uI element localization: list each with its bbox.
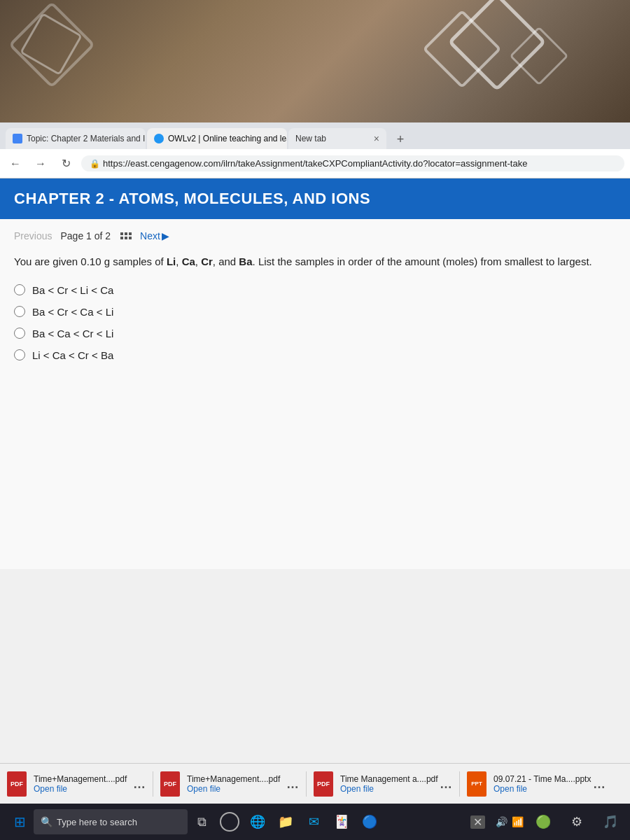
taskbar: ⊞ 🔍 Type here to search ⧉ 🌐 📁 ✉ 🃏 🔵 ✕ (0, 804, 630, 840)
url-bar[interactable]: 🔒 https://east.cengagenow.com/ilrn/takeA… (81, 155, 624, 172)
network-icon[interactable]: 📶 (512, 816, 524, 827)
chrome-taskbar-icon: 🟢 (536, 814, 551, 830)
forward-button[interactable]: → (31, 154, 50, 174)
windows-start-button[interactable]: ⊞ (6, 808, 34, 836)
taskbar-search-bar[interactable]: 🔍 Type here to search (34, 809, 188, 834)
answer-options: Ba < Cr < Li < Ca Ba < Cr < Ca < Li Ba <… (14, 284, 616, 361)
content-area: Previous Page 1 of 2 Next ▶ You are give… (0, 219, 630, 569)
tab-topic[interactable]: Topic: Chapter 2 Materials and I × (6, 128, 146, 149)
answer-option-c[interactable]: Ba < Ca < Cr < Li (14, 328, 616, 340)
tab-label-owlv2: OWLv2 | Online teaching and lea (168, 134, 287, 144)
file-explorer-icon: 📁 (278, 814, 293, 830)
file-explorer-button[interactable]: 📁 (272, 808, 300, 836)
chrome-button[interactable]: 🔵 (356, 808, 384, 836)
address-bar: ← → ↻ 🔒 https://east.cengagenow.com/ilrn… (0, 149, 630, 178)
grid-dot (120, 232, 123, 235)
download-icon-3: PDF (314, 771, 333, 797)
chapter-title: CHAPTER 2 - ATOMS, MOLECULES, AND IONS (14, 190, 370, 207)
download-open-4[interactable]: Open file (493, 784, 592, 794)
download-more-4[interactable]: … (593, 776, 606, 791)
download-more-1[interactable]: … (133, 776, 146, 791)
option-c-text: Ba < Ca < Cr < Li (32, 328, 113, 340)
download-item-3: Time Management a....pdf Open file … (340, 774, 452, 794)
download-open-3[interactable]: Open file (340, 784, 438, 794)
grid-dot (125, 237, 127, 239)
anki-button[interactable]: 🃏 (328, 808, 356, 836)
browser-window: Topic: Chapter 2 Materials and I × OWLv2… (0, 122, 630, 840)
system-tray: ✕ 🔊 📶 (463, 808, 524, 836)
divider-1 (153, 771, 153, 797)
mail-button[interactable]: ✉ (300, 808, 328, 836)
download-name-1: Time+Management....pdf (34, 774, 132, 784)
anki-icon: 🃏 (334, 814, 349, 830)
previous-link[interactable]: Previous (14, 230, 52, 241)
tab-favicon-owlv2 (154, 134, 164, 144)
pagination-bar: Previous Page 1 of 2 Next ▶ (14, 230, 616, 241)
tab-bar: Topic: Chapter 2 Materials and I × OWLv2… (0, 122, 630, 149)
download-bar: PDF Time+Management....pdf Open file … P… (0, 763, 630, 804)
url-text: https://east.cengagenow.com/ilrn/takeAss… (103, 158, 527, 169)
edge-icon: 🌐 (250, 814, 265, 830)
download-open-2[interactable]: Open file (187, 784, 285, 794)
spotify-icon: 🎵 (603, 814, 618, 830)
task-view-button[interactable]: ⧉ (188, 808, 216, 836)
tab-close-newtab[interactable]: × (374, 133, 379, 144)
answer-option-d[interactable]: Li < Ca < Cr < Ba (14, 349, 616, 361)
grid-dot (125, 232, 127, 235)
back-button[interactable]: ← (6, 154, 25, 174)
download-open-1[interactable]: Open file (34, 784, 132, 794)
radio-c[interactable] (14, 328, 25, 339)
answer-option-a[interactable]: Ba < Cr < Li < Ca (14, 284, 616, 296)
windows-icon: ⊞ (14, 813, 26, 830)
speaker-icon[interactable]: 🔊 (496, 816, 507, 827)
mail-icon: ✉ (309, 814, 319, 830)
tab-newtab[interactable]: New tab × (288, 128, 386, 149)
grid-dot (120, 237, 123, 239)
download-icon-2: PDF (160, 771, 180, 797)
tab-favicon-topic (13, 134, 22, 144)
tab-owlv2[interactable]: OWLv2 | Online teaching and lea × (147, 128, 287, 149)
option-a-text: Ba < Cr < Li < Ca (32, 284, 113, 296)
search-placeholder-text: Type here to search (57, 817, 137, 827)
chrome-taskbar-button[interactable]: 🟢 (529, 808, 557, 836)
download-more-2[interactable]: … (286, 776, 299, 791)
refresh-button[interactable]: ↻ (56, 154, 76, 174)
chapter-banner: CHAPTER 2 - ATOMS, MOLECULES, AND IONS (0, 178, 630, 219)
edge-button[interactable]: 🌐 (244, 808, 272, 836)
download-item-4: 09.07.21 - Time Ma....pptx Open file … (493, 774, 606, 794)
next-link[interactable]: Next ▶ (140, 230, 169, 241)
download-icon-1: PDF (7, 771, 27, 797)
download-icon-4: PPT (467, 771, 486, 797)
task-view-icon: ⧉ (197, 815, 206, 830)
divider-3 (459, 771, 460, 797)
tab-label-newtab: New tab (295, 134, 326, 144)
download-more-3[interactable]: … (440, 776, 452, 791)
lock-icon: 🔒 (90, 159, 100, 169)
close-x-button[interactable]: ✕ (463, 808, 491, 836)
spotify-button[interactable]: 🎵 (596, 808, 624, 836)
radio-a[interactable] (14, 284, 25, 295)
grid-dot (129, 237, 132, 239)
settings-button[interactable]: ⚙ (563, 808, 591, 836)
new-tab-button[interactable]: + (391, 130, 410, 149)
taskbar-right: ✕ 🔊 📶 🟢 ⚙ 🎵 (463, 808, 624, 836)
download-item-1: Time+Management....pdf Open file … (34, 774, 146, 794)
answer-option-b[interactable]: Ba < Cr < Ca < Li (14, 306, 616, 318)
download-name-2: Time+Management....pdf (187, 774, 285, 784)
option-d-text: Li < Ca < Cr < Ba (32, 349, 113, 361)
radio-d[interactable] (14, 349, 25, 360)
cortana-circle-icon (220, 812, 239, 832)
page-label: Page 1 of 2 (60, 230, 111, 241)
radio-b[interactable] (14, 306, 25, 317)
download-name-4: 09.07.21 - Time Ma....pptx (493, 774, 592, 784)
close-x-icon: ✕ (470, 816, 485, 829)
download-name-3: Time Management a....pdf (340, 774, 438, 784)
download-item-2: Time+Management....pdf Open file … (187, 774, 299, 794)
question-text: You are given 0.10 g samples of Li, Ca, … (14, 254, 616, 270)
option-b-text: Ba < Cr < Ca < Li (32, 306, 113, 318)
divider-2 (306, 771, 307, 797)
tab-label-topic: Topic: Chapter 2 Materials and I (27, 134, 145, 144)
cortana-button[interactable] (216, 808, 244, 836)
chrome-icon: 🔵 (362, 814, 377, 830)
settings-icon: ⚙ (571, 814, 582, 830)
